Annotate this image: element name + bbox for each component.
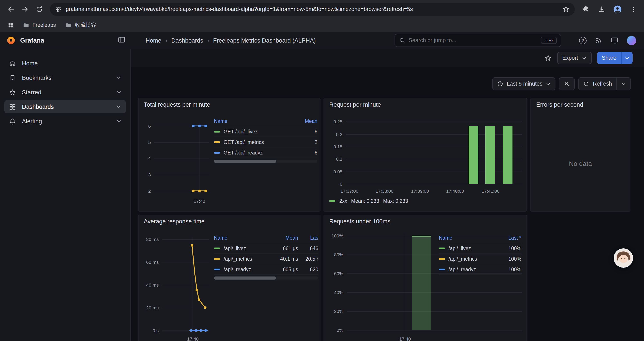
legend-row[interactable]: /api/_readyz 605 µs 620 bbox=[214, 264, 318, 275]
scrollbar-thumb[interactable] bbox=[214, 160, 276, 163]
sidebar-item-dashboards[interactable]: Dashboards bbox=[4, 100, 126, 113]
legend-scrollbar[interactable] bbox=[214, 160, 318, 163]
series-name[interactable]: /api/_metrics bbox=[448, 256, 477, 261]
legend-col-last[interactable]: Last * bbox=[497, 235, 521, 240]
legend-col-mean[interactable]: Mean bbox=[291, 118, 318, 124]
legend-row[interactable]: GET /api/_metrics 2 bbox=[214, 137, 318, 147]
series-metrics-curve bbox=[162, 237, 209, 333]
panel-title[interactable]: Requests under 100ms bbox=[329, 218, 390, 225]
y-tick: 2 bbox=[138, 188, 151, 194]
series-name[interactable]: /api/_livez bbox=[224, 245, 246, 251]
series-point bbox=[192, 190, 195, 192]
x-tick: 17:37:00 bbox=[340, 188, 358, 194]
series-name[interactable]: GET /api/_metrics bbox=[224, 139, 264, 145]
refresh-button[interactable]: Refresh bbox=[578, 77, 631, 90]
y-tick: 100% bbox=[324, 233, 343, 238]
sidebar-item-bookmarks[interactable]: Bookmarks bbox=[4, 71, 126, 84]
series-name[interactable]: /api/_readyz bbox=[224, 267, 251, 272]
panel-title[interactable]: Average response time bbox=[144, 218, 204, 225]
series-point bbox=[204, 190, 207, 192]
panel-title[interactable]: Total requests per minute bbox=[144, 101, 210, 108]
series-name[interactable]: /api/_readyz bbox=[448, 267, 476, 272]
y-tick: 60 ms bbox=[138, 259, 159, 265]
breadcrumb-dashboards[interactable]: Dashboards bbox=[171, 37, 203, 44]
legend-col-name[interactable]: Name bbox=[214, 118, 291, 124]
chevron-down-icon[interactable] bbox=[116, 90, 122, 95]
browser-menu-icon[interactable] bbox=[626, 3, 640, 16]
y-tick: 60% bbox=[324, 271, 343, 276]
y-tick: 40 ms bbox=[138, 282, 159, 287]
sidebar-item-label: Home bbox=[22, 60, 38, 67]
series-name[interactable]: /api/_metrics bbox=[224, 256, 252, 261]
legend-col-mean[interactable]: Mean bbox=[270, 235, 298, 240]
chevron-down-icon[interactable] bbox=[116, 75, 122, 80]
scrollbar-thumb[interactable] bbox=[214, 276, 276, 279]
panel-title[interactable]: Errors per second bbox=[536, 101, 583, 108]
legend-col-last[interactable]: Las bbox=[298, 235, 318, 240]
legend-row[interactable]: /api/_livez 100% bbox=[439, 243, 521, 254]
apps-grid-icon[interactable] bbox=[5, 20, 16, 30]
legend-col-name[interactable]: Name bbox=[439, 235, 497, 240]
search-input[interactable] bbox=[408, 37, 538, 44]
chevron-down-icon[interactable] bbox=[116, 119, 122, 124]
url-text[interactable]: grafana.mathmast.com/d/deytv4rwavabkb/fr… bbox=[66, 6, 558, 12]
gridline bbox=[404, 233, 404, 332]
legend-row[interactable]: /api/_livez 661 µs 646 bbox=[214, 243, 318, 254]
time-range-picker[interactable]: Last 5 minutes bbox=[492, 77, 556, 90]
grafana-brand[interactable]: Grafana bbox=[6, 32, 44, 49]
forward-button[interactable] bbox=[18, 3, 32, 16]
reload-button[interactable] bbox=[32, 3, 46, 16]
series-color-dash bbox=[439, 268, 445, 270]
bookmark-folder-freeleaps[interactable]: Freeleaps bbox=[20, 21, 58, 29]
y-tick: 0.25 bbox=[324, 119, 342, 124]
back-button[interactable] bbox=[4, 3, 18, 16]
gridline bbox=[347, 311, 522, 311]
user-avatar[interactable] bbox=[627, 36, 636, 45]
bookmark-star-icon[interactable] bbox=[562, 6, 570, 13]
floating-assistant-avatar[interactable] bbox=[614, 248, 633, 268]
sidebar: Home Bookmarks Starred Dashboards Alerti… bbox=[0, 49, 131, 341]
extensions-icon[interactable] bbox=[579, 3, 592, 16]
download-icon[interactable] bbox=[595, 3, 608, 16]
legend-row[interactable]: GET /api/_readyz 6 bbox=[214, 147, 318, 158]
series-name[interactable]: /api/_livez bbox=[448, 245, 471, 251]
legend-row[interactable]: /api/_readyz 100% bbox=[439, 264, 521, 275]
grafana-logo-icon bbox=[6, 36, 16, 45]
bookmark-folder-blogs[interactable]: 收藏博客 bbox=[63, 21, 99, 30]
chevron-down-icon[interactable] bbox=[116, 104, 122, 109]
gridline bbox=[154, 158, 209, 158]
legend-row[interactable]: /api/_metrics 100% bbox=[439, 254, 521, 264]
export-button[interactable]: Export bbox=[557, 52, 592, 64]
series-name[interactable]: 2xx bbox=[339, 198, 347, 204]
no-data-message: No data bbox=[531, 160, 630, 167]
share-menu-button[interactable] bbox=[622, 52, 632, 64]
favorite-star-icon[interactable] bbox=[544, 54, 552, 62]
site-settings-icon[interactable] bbox=[55, 6, 62, 13]
kiosk-monitor-icon[interactable] bbox=[611, 37, 618, 44]
profile-avatar-icon[interactable] bbox=[611, 3, 624, 16]
sidebar-item-home[interactable]: Home bbox=[4, 57, 126, 70]
news-rss-icon[interactable] bbox=[595, 37, 602, 44]
help-icon[interactable]: ? bbox=[579, 37, 586, 44]
gridline bbox=[154, 142, 209, 143]
series-name[interactable]: GET /api/_readyz bbox=[224, 150, 263, 155]
share-label[interactable]: Share bbox=[597, 52, 621, 64]
share-button[interactable]: Share bbox=[597, 52, 632, 64]
address-bar[interactable]: grafana.mathmast.com/d/deytv4rwavabkb/fr… bbox=[50, 3, 575, 16]
search-bar[interactable]: ⌘+k bbox=[394, 34, 561, 47]
sidebar-item-label: Alerting bbox=[22, 118, 42, 124]
zoom-out-button[interactable] bbox=[559, 77, 575, 90]
legend-row[interactable]: /api/_metrics 40.1 ms 20.5 r bbox=[214, 254, 318, 264]
sidebar-item-starred[interactable]: Starred bbox=[4, 86, 126, 99]
sidebar-item-alerting[interactable]: Alerting bbox=[4, 115, 126, 128]
series-name[interactable]: GET /api/_livez bbox=[224, 129, 258, 134]
chevron-down-icon[interactable] bbox=[621, 81, 626, 86]
legend-col-name[interactable]: Name bbox=[214, 235, 270, 240]
series-point bbox=[195, 329, 197, 332]
legend-scrollbar[interactable] bbox=[214, 276, 318, 279]
dock-menu-icon[interactable] bbox=[118, 36, 126, 44]
y-tick: 40% bbox=[324, 290, 343, 295]
breadcrumb-home[interactable]: Home bbox=[146, 37, 161, 44]
panel-title[interactable]: Request per minute bbox=[329, 101, 381, 108]
legend-row[interactable]: GET /api/_livez 6 bbox=[214, 126, 318, 137]
